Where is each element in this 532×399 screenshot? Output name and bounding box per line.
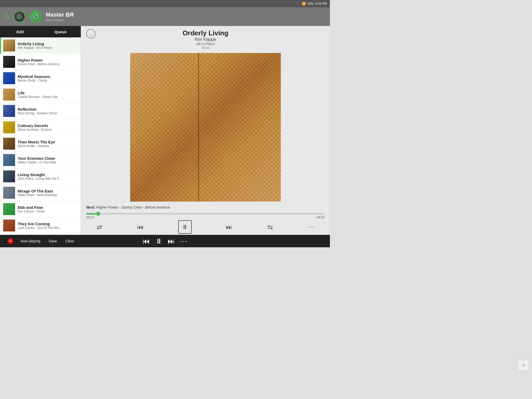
queue-item-title: Life xyxy=(18,91,79,95)
tab-queue[interactable]: Queue xyxy=(41,26,81,37)
queue-thumb xyxy=(3,56,15,68)
queue-info: Mystical Seasons Bernie Sholk - Clarity xyxy=(18,74,79,82)
queue-item-title: Living Straight xyxy=(18,172,79,177)
queue-thumb xyxy=(3,187,15,199)
queue-list: Orderly Living Kim Klappe - All In Place… xyxy=(0,37,81,235)
queue-info: Reflection Paul Gortag - Eastern Vision xyxy=(18,107,79,115)
tab-edit[interactable]: Edit xyxy=(0,26,41,37)
queue-info: Orderly Living Kim Klappe - All In Place xyxy=(18,42,79,50)
queue-item[interactable]: Mirage Of The East Wade Reed - New Extre… xyxy=(0,185,81,201)
time-display: 3:45 PM xyxy=(315,2,327,5)
more-options-button[interactable]: ⋯ xyxy=(308,223,314,231)
queue-info: Culinary Deceits Steve Gunman - Exotica xyxy=(18,123,79,131)
time-row: 08:13 -08:02 xyxy=(86,216,325,219)
bottom-more-button[interactable]: ⋯ xyxy=(180,237,187,245)
save-button[interactable]: Save xyxy=(44,235,61,247)
queue-item-artist: Steve Gunman - Exotica xyxy=(18,128,79,131)
queue-item-title: Culinary Deceits xyxy=(18,123,79,128)
queue-info: Than Meets The Eye Alison Kettle - Genes… xyxy=(18,140,79,148)
queue-thumb xyxy=(3,220,15,231)
queue-item[interactable]: Culinary Deceits Steve Gunman - Exotica xyxy=(0,119,81,136)
time-elapsed: 08:13 xyxy=(86,216,94,219)
now-playing-button[interactable]: Now playing xyxy=(16,235,44,247)
battery-text: 53% xyxy=(307,2,314,5)
track-genre: Rock xyxy=(202,46,209,50)
queue-item-artist: Kim Klappe - All In Place xyxy=(18,46,79,50)
queue-item[interactable]: Mystical Seasons Bernie Sholk - Clarity xyxy=(0,70,81,87)
now-playing-header: ⌄ Orderly Living Kim Klappe All In Place… xyxy=(81,26,330,51)
queue-item-artist: Alison Kettle - Genesis xyxy=(18,144,79,148)
app-title-block: Master BR Kim's Music xyxy=(46,11,74,22)
progress-thumb xyxy=(96,212,100,216)
chevron-down-icon[interactable]: ⌄ xyxy=(86,29,96,38)
queue-item-artist: John Paltry - Living With No F... xyxy=(18,177,79,181)
queue-item-title: Reflection xyxy=(18,107,79,111)
status-icons: 📶 53% 3:45 PM xyxy=(302,2,327,5)
queue-thumb xyxy=(3,89,15,101)
queue-thumb xyxy=(3,105,15,117)
queue-item-artist: Donny Crest - Before America xyxy=(18,62,79,66)
left-panel: Edit Queue Orderly Living Kim Klappe - A… xyxy=(0,26,81,235)
queue-item-title: Than Meets The Eye xyxy=(18,140,79,144)
queue-item[interactable]: They Are Coming Leah Kantor - Out Of Thi… xyxy=(0,217,81,234)
queue-item-title: Orderly Living xyxy=(18,42,79,46)
queue-thumb xyxy=(3,154,15,166)
repeat-button[interactable]: ⇄ xyxy=(97,223,102,231)
queue-item[interactable]: Than Meets The Eye Alison Kettle - Genes… xyxy=(0,136,81,152)
time-remaining: -08:02 xyxy=(316,216,325,219)
next-button[interactable]: ⏭ xyxy=(226,223,233,231)
shuffle-button[interactable]: ⇆ xyxy=(267,223,273,231)
bottom-bar: ☰ 20 Now playing Save Clear ⏮ ⏸ ⏭ ⋯ xyxy=(0,235,330,247)
queue-info: Ebb and Flow Eric Carson - Order xyxy=(18,205,79,213)
progress-bar[interactable] xyxy=(86,213,325,215)
power-button[interactable] xyxy=(14,11,25,23)
album-art xyxy=(130,53,281,202)
queue-item[interactable]: Living Straight John Paltry - Living Wit… xyxy=(0,168,81,185)
queue-item[interactable]: Reflection Paul Gortag - Eastern Vision xyxy=(0,103,81,119)
bottom-play-pause-button[interactable]: ⏸ xyxy=(155,237,162,245)
queue-thumb xyxy=(3,138,15,150)
queue-list-icon: ☰ xyxy=(3,239,6,243)
hamburger-icon[interactable]: ☰ xyxy=(4,13,9,20)
app-subtitle: Kim's Music xyxy=(46,18,74,22)
queue-item[interactable]: Ebb and Flow Eric Carson - Order xyxy=(0,201,81,217)
next-track-info: Next: Higher Power - Donny Crest - Befor… xyxy=(81,204,330,211)
queue-item-title: Ebb and Flow xyxy=(18,205,79,210)
bottom-next-button[interactable]: ⏭ xyxy=(168,237,175,245)
queue-info: Living Straight John Paltry - Living Wit… xyxy=(18,172,79,181)
queue-info: Mirage Of The East Wade Reed - New Extre… xyxy=(18,189,79,197)
queue-item-artist: Wade Reed - New Extremes xyxy=(18,193,79,197)
queue-item[interactable]: Orderly Living Kim Klappe - All In Place xyxy=(0,37,81,54)
queue-item-artist: Hillary Cantor - In Your Web xyxy=(18,161,79,164)
queue-thumb xyxy=(3,203,15,215)
queue-info: Your Enemies Close Hillary Cantor - In Y… xyxy=(18,156,79,164)
queue-item[interactable]: Higher Power Donny Crest - Before Americ… xyxy=(0,54,81,70)
queue-item-artist: Castillo Broman - Desert Life xyxy=(18,95,79,99)
right-panel: ⌄ Orderly Living Kim Klappe All In Place… xyxy=(81,26,330,235)
queue-item-title: They Are Coming xyxy=(18,222,79,226)
queue-info: Higher Power Donny Crest - Before Americ… xyxy=(18,58,79,66)
queue-count-badge: 20 xyxy=(8,238,13,244)
queue-item-title: Mirage Of The East xyxy=(18,189,79,193)
main-layout: Edit Queue Orderly Living Kim Klappe - A… xyxy=(0,26,330,235)
clear-button[interactable]: Clear xyxy=(61,235,78,247)
queue-thumb xyxy=(3,72,15,84)
prev-button[interactable]: ⏮ xyxy=(137,223,144,231)
queue-item-artist: Bernie Sholk - Clarity xyxy=(18,79,79,82)
queue-item[interactable]: Life Castillo Broman - Desert Life xyxy=(0,87,81,103)
track-artist: Kim Klappe xyxy=(195,37,216,42)
top-bar: ☰ Master BR Kim's Music xyxy=(0,7,330,26)
next-track-text: Higher Power - Donny Crest - Before Amer… xyxy=(96,205,170,209)
bottom-prev-button[interactable]: ⏮ xyxy=(143,237,150,245)
status-bar: 📶 53% 3:45 PM xyxy=(0,0,330,7)
volume-button[interactable] xyxy=(30,11,42,23)
queue-info: Life Castillo Broman - Desert Life xyxy=(18,91,79,99)
queue-icon-button[interactable]: ☰ 20 xyxy=(0,235,16,247)
queue-item-artist: Eric Carson - Order xyxy=(18,210,79,213)
wifi-icon: 📶 xyxy=(302,2,306,5)
queue-item-title: Your Enemies Close xyxy=(18,156,79,161)
queue-item-artist: Paul Gortag - Eastern Vision xyxy=(18,111,79,115)
bottom-playback-controls: ⏮ ⏸ ⏭ ⋯ xyxy=(143,237,187,245)
play-pause-button[interactable]: ⏸ xyxy=(178,220,192,234)
queue-item[interactable]: Your Enemies Close Hillary Cantor - In Y… xyxy=(0,152,81,168)
